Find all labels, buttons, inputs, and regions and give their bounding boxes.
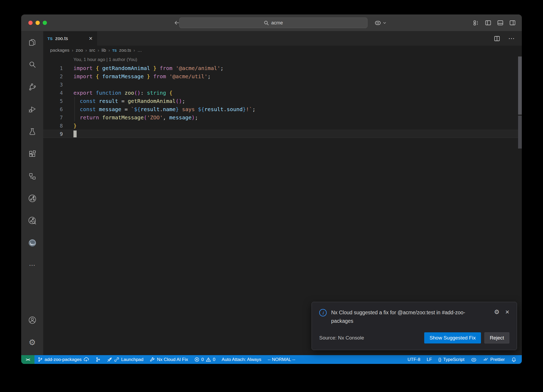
git-branch-icon xyxy=(38,357,43,362)
copilot-menu-button[interactable] xyxy=(374,15,386,31)
notification-close-icon[interactable]: × xyxy=(505,308,509,315)
code-line-1[interactable]: 1import { getRandomAnimal } from '@acme/… xyxy=(43,64,522,72)
editor-cursor xyxy=(73,130,77,137)
remote-indicator[interactable]: >< xyxy=(21,355,34,364)
tab-label: zoo.ts xyxy=(55,36,68,41)
accounts-icon[interactable] xyxy=(21,309,43,331)
breadcrumb-separator: › xyxy=(98,48,99,53)
search-view-icon[interactable] xyxy=(21,54,43,76)
zoom-window-button[interactable] xyxy=(43,21,47,25)
line-number: 5 xyxy=(43,98,73,104)
nx-console-icon[interactable] xyxy=(21,187,43,210)
settings-gear-icon[interactable]: ⚙ xyxy=(21,331,43,354)
editor-scrollbar[interactable] xyxy=(518,56,522,115)
copilot-status-item[interactable] xyxy=(468,355,480,364)
indent-guide xyxy=(75,97,75,121)
vim-mode-item[interactable]: -- NORMAL -- xyxy=(264,355,298,364)
breadcrumb-item-zoo[interactable]: zoo xyxy=(76,48,83,53)
breadcrumb-separator: › xyxy=(108,48,110,53)
link-icon xyxy=(114,357,119,362)
breadcrumb-separator: › xyxy=(134,48,135,53)
code-text: import { formatMessage } from '@acme/uti… xyxy=(73,73,211,80)
breadcrumb-item-src[interactable]: src xyxy=(89,48,95,53)
minimize-window-button[interactable] xyxy=(36,21,40,25)
code-text: export function zoo(): string { xyxy=(73,90,172,96)
split-editor-icon[interactable] xyxy=(494,35,500,42)
search-value: acme xyxy=(271,20,283,26)
typescript-file-icon: TS xyxy=(112,49,117,53)
notification-settings-gear-icon[interactable]: ⚙ xyxy=(494,308,500,315)
toggle-panel-icon[interactable] xyxy=(497,19,504,26)
info-icon: i xyxy=(319,309,327,316)
wrench-icon xyxy=(150,357,155,362)
auto-attach-item[interactable]: Auto Attach: Always xyxy=(218,355,264,364)
error-icon xyxy=(194,357,199,362)
launchpad-item[interactable]: Launchpad xyxy=(104,355,147,364)
more-actions-icon[interactable]: ⋯ xyxy=(508,35,515,42)
code-text: const message = `${result.name} says ${r… xyxy=(73,106,255,112)
line-number: 7 xyxy=(43,115,73,120)
command-center-search[interactable]: acme xyxy=(179,18,367,28)
close-tab-icon[interactable]: × xyxy=(89,35,93,42)
editor-scrollbar-track[interactable] xyxy=(518,116,522,149)
line-number: 8 xyxy=(43,123,73,129)
code-line-4[interactable]: 4export function zoo(): string { xyxy=(43,89,522,97)
show-suggested-fix-button[interactable]: Show Suggested Fix xyxy=(424,332,481,343)
nx-cloud-ai-fix-item[interactable]: Nx Cloud AI Fix xyxy=(147,355,191,364)
line-number: 4 xyxy=(43,90,73,96)
more-views-icon[interactable]: ⋯ xyxy=(21,254,43,276)
notifications-bell-item[interactable] xyxy=(508,355,520,364)
source-control-graph-item[interactable] xyxy=(92,355,104,364)
run-and-debug-icon[interactable] xyxy=(21,98,43,120)
tab-bar: TS zoo.ts × ⋯ xyxy=(43,31,522,46)
code-line-9[interactable]: 9 xyxy=(43,130,522,138)
tab-zoo-ts[interactable]: TS zoo.ts × xyxy=(43,31,97,46)
hierarchy-icon[interactable] xyxy=(21,165,43,187)
code-text: return formatMessage('ZOO', message); xyxy=(73,114,198,121)
encoding-item[interactable]: UTF-8 xyxy=(404,355,423,364)
eol-item[interactable]: LF xyxy=(423,355,435,364)
close-window-button[interactable] xyxy=(28,21,33,25)
copilot-icon xyxy=(374,19,381,26)
source-control-icon[interactable] xyxy=(21,76,43,98)
breadcrumb-item-packages[interactable]: packages xyxy=(50,48,69,53)
breadcrumb-file[interactable]: zoo.ts xyxy=(119,48,131,53)
line-number: 6 xyxy=(43,106,73,112)
reject-button[interactable]: Reject xyxy=(484,332,509,343)
code-line-5[interactable]: 5 const result = getRandomAnimal(); xyxy=(43,97,522,105)
explorer-icon[interactable] xyxy=(21,31,43,54)
notification-toast: i Nx Cloud suggested a fix for @acme/zoo… xyxy=(312,302,517,350)
code-text: import { getRandomAnimal } from '@acme/a… xyxy=(73,65,224,71)
code-line-8[interactable]: 8} xyxy=(43,121,522,130)
nx-graph-search-icon[interactable] xyxy=(21,210,43,232)
git-branch-item[interactable]: add-zoo-packages xyxy=(34,355,92,364)
formatter-item[interactable]: ✓✓ Prettier xyxy=(480,355,508,364)
code-text: } xyxy=(73,123,77,129)
breadcrumb-separator: › xyxy=(85,48,87,53)
typescript-file-icon: TS xyxy=(47,36,52,41)
edge-tools-icon[interactable] xyxy=(21,232,43,254)
git-blame-annotation: You, 1 hour ago | 1 author (You) xyxy=(43,55,522,64)
titlebar: acme xyxy=(21,15,522,31)
toggle-secondary-sidebar-icon[interactable] xyxy=(509,19,516,26)
code-text xyxy=(73,130,77,137)
extensions-icon[interactable] xyxy=(21,143,43,165)
search-icon xyxy=(264,20,269,25)
language-mode-item[interactable]: {} TypeScript xyxy=(435,355,468,364)
publish-cloud-icon xyxy=(84,357,89,362)
breadcrumb-symbol-more[interactable]: … xyxy=(137,48,142,53)
breadcrumb-item-lib[interactable]: lib xyxy=(102,48,106,53)
testing-icon[interactable] xyxy=(21,120,43,143)
code-text: const result = getRandomAnimal(); xyxy=(73,98,185,104)
activity-bar: ⋯ ⚙ xyxy=(21,31,43,355)
code-line-2[interactable]: 2import { formatMessage } from '@acme/ut… xyxy=(43,72,522,80)
chevron-down-icon xyxy=(383,21,386,25)
breadcrumb-separator: › xyxy=(72,48,73,53)
traffic-lights xyxy=(28,21,47,25)
code-line-3[interactable]: 3 xyxy=(43,80,522,89)
code-line-7[interactable]: 7 return formatMessage('ZOO', message); xyxy=(43,113,522,121)
code-line-6[interactable]: 6 const message = `${result.name} says $… xyxy=(43,105,522,113)
problems-item[interactable]: 0 0 xyxy=(191,355,218,364)
toggle-primary-sidebar-icon[interactable] xyxy=(485,19,492,26)
customize-layout-icon[interactable] xyxy=(473,20,479,26)
